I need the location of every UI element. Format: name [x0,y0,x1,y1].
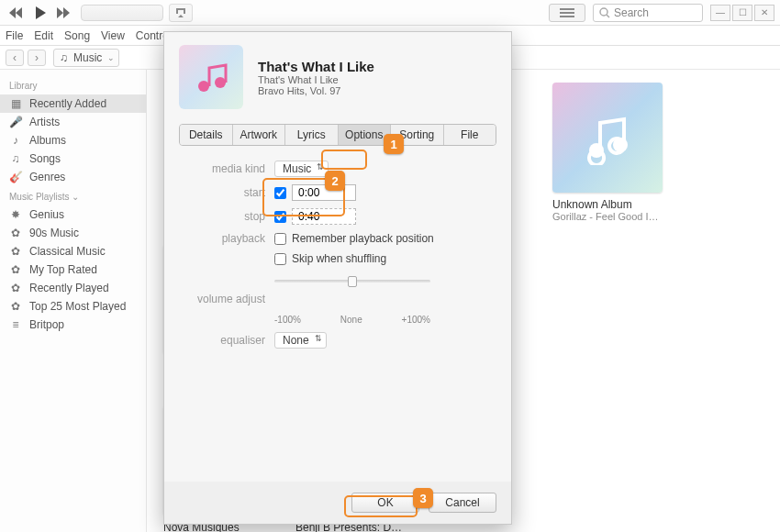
equaliser-value: None [283,334,309,347]
sidebar-item-label: Classical Music [29,245,106,258]
close-button[interactable]: ✕ [754,5,774,21]
airplay-button[interactable] [169,4,193,22]
dialog-header: That's What I Like That's What I Like Br… [164,32,511,122]
remember-position-label: Remember playback position [292,232,434,245]
cancel-button[interactable]: Cancel [429,493,496,513]
callout-1: 1 [384,134,404,154]
sidebar-item-recently-played[interactable]: ✿Recently Played [0,279,146,297]
media-type-label: Music [73,51,102,64]
note-icon: ♫ [9,152,22,165]
skip-shuffle-checkbox[interactable] [274,253,286,265]
svg-rect-1 [560,12,574,14]
sidebar-item-songs[interactable]: ♫Songs [0,150,146,168]
slider-thumb[interactable] [348,276,357,287]
forward-button[interactable]: › [28,50,46,66]
menu-view[interactable]: View [101,29,125,42]
window-controls: — ☐ ✕ [710,5,774,21]
sidebar-item-label: Britpop [29,318,64,331]
tab-details[interactable]: Details [180,125,233,145]
tab-file[interactable]: File [444,125,496,145]
titlebar: Search — ☐ ✕ [0,0,780,26]
svg-point-14 [215,77,226,88]
sidebar: Library ▦Recently Added 🎤Artists ♪Albums… [0,70,147,532]
sidebar-item-label: Artists [29,116,60,128]
callout-ring-1 [321,150,367,170]
callout-ring-3 [344,495,418,517]
volume-mid-label: None [340,315,362,325]
list-icon: ≡ [9,318,22,331]
view-mode-button[interactable] [549,4,585,22]
album-art [552,83,663,193]
search-placeholder: Search [614,6,649,19]
sidebar-playlists-heading[interactable]: Music Playlists ⌄ [0,186,146,205]
maximize-button[interactable]: ☐ [732,5,752,21]
gear-icon: ✿ [9,300,22,313]
svg-point-6 [613,138,628,152]
album-subtitle: Gorillaz - Feel Good Inc. (Offici... [552,211,663,222]
sidebar-item-top-rated[interactable]: ✿My Top Rated [0,260,146,279]
menu-song[interactable]: Song [64,29,90,42]
sidebar-item-artists[interactable]: 🎤Artists [0,113,146,131]
search-input[interactable]: Search [593,4,703,22]
dialog-album: Bravo Hits, Vol. 97 [258,85,374,96]
sidebar-item-britpop[interactable]: ≡Britpop [0,316,146,334]
song-info-dialog: That's What I Like That's What I Like Br… [163,31,512,525]
svg-rect-0 [560,8,574,10]
atom-icon: ✸ [9,208,22,221]
next-button[interactable] [53,4,75,22]
callout-3: 3 [413,488,433,508]
menu-file[interactable]: File [6,29,23,42]
album-card[interactable]: Unknown Album Gorillaz - Feel Good Inc. … [552,83,663,222]
sidebar-item-genius[interactable]: ✸Genius [0,205,146,224]
sidebar-item-label: Genres [29,171,65,183]
remember-position-checkbox[interactable] [274,233,286,245]
chevron-updown-icon: ⇅ [315,334,322,343]
guitar-icon: 🎸 [9,171,22,183]
chevron-down-icon: ⌄ [72,192,79,202]
sidebar-item-90s[interactable]: ✿90s Music [0,224,146,242]
tab-artwork[interactable]: Artwork [233,125,286,145]
sidebar-item-genres[interactable]: 🎸Genres [0,168,146,186]
sidebar-item-albums[interactable]: ♪Albums [0,131,146,150]
media-kind-value: Music [283,162,311,175]
album-title: Unknown Album [552,198,663,211]
gear-icon: ✿ [9,245,22,258]
sidebar-item-label: Recently Added [29,97,106,110]
gear-icon: ✿ [9,263,22,276]
playback-controls [6,4,75,22]
volume-min-label: -100% [274,315,301,325]
equaliser-select[interactable]: None⇅ [274,332,327,349]
minimize-button[interactable]: — [710,5,730,21]
media-type-select[interactable]: ♫ Music ⌄ [53,49,119,67]
menu-edit[interactable]: Edit [34,29,53,42]
callout-2: 2 [325,171,345,191]
sidebar-library-heading: Library [0,75,146,94]
start-label: start [183,186,274,199]
volume-max-label: +100% [402,315,430,325]
media-kind-label: media kind [183,162,274,175]
sidebar-item-recently-added[interactable]: ▦Recently Added [0,94,146,113]
volume-adjust-label: volume adjust [183,293,274,305]
stop-label: stop [183,210,274,223]
svg-rect-2 [560,16,574,17]
sidebar-item-label: Top 25 Most Played [29,300,126,313]
dialog-artwork [179,45,243,109]
play-button[interactable] [29,4,51,22]
sidebar-item-top25[interactable]: ✿Top 25 Most Played [0,297,146,316]
back-button[interactable]: ‹ [6,50,24,66]
sidebar-item-label: Genius [29,208,64,221]
gear-icon: ✿ [9,227,22,239]
sidebar-item-label: Recently Played [29,282,109,294]
mic-icon: 🎤 [9,116,22,128]
prev-button[interactable] [6,4,28,22]
sidebar-item-classical[interactable]: ✿Classical Music [0,242,146,260]
dialog-subtitle: That's What I Like [258,74,374,85]
sidebar-item-label: 90s Music [29,227,79,239]
chevron-down-icon: ⌄ [107,53,115,62]
tab-lyrics[interactable]: Lyrics [285,125,339,145]
volume-slider[interactable] [274,272,430,294]
album-icon: ♪ [9,134,22,147]
grid-icon: ▦ [9,97,22,110]
sidebar-item-label: Songs [29,152,61,165]
now-playing-lcd [81,5,163,21]
